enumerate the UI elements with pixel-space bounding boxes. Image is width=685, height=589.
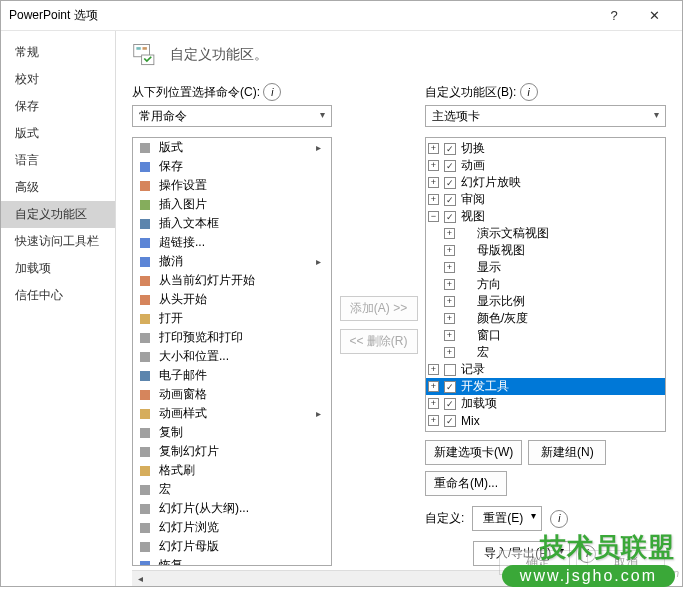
expand-icon[interactable]: +: [428, 398, 439, 409]
checkbox[interactable]: ✓: [444, 415, 456, 427]
command-item[interactable]: 超链接...: [133, 233, 331, 252]
tree-row[interactable]: +✓Mix: [426, 412, 665, 429]
tree-row[interactable]: +方向: [426, 276, 665, 293]
checkbox[interactable]: ✓: [444, 211, 456, 223]
expand-icon[interactable]: +: [428, 177, 439, 188]
tree-row[interactable]: +显示比例: [426, 293, 665, 310]
command-item[interactable]: 撤消▸: [133, 252, 331, 271]
tree-row[interactable]: +✓切换: [426, 140, 665, 157]
svg-rect-8: [140, 219, 150, 229]
info-icon[interactable]: i: [520, 83, 538, 101]
tree-row[interactable]: +✓审阅: [426, 191, 665, 208]
command-item[interactable]: 插入图片: [133, 195, 331, 214]
tree-row[interactable]: +记录: [426, 361, 665, 378]
expand-icon[interactable]: +: [428, 160, 439, 171]
tree-row[interactable]: +✓开发工具: [426, 378, 665, 395]
sidebar-item[interactable]: 语言: [1, 147, 115, 174]
command-item[interactable]: 大小和位置...: [133, 347, 331, 366]
sidebar-item[interactable]: 自定义功能区: [1, 201, 115, 228]
command-item[interactable]: 幻灯片母版: [133, 537, 331, 556]
expand-icon[interactable]: +: [444, 262, 455, 273]
sidebar-item[interactable]: 版式: [1, 120, 115, 147]
ribbon-select[interactable]: 主选项卡: [425, 105, 666, 127]
checkbox[interactable]: ✓: [444, 160, 456, 172]
command-icon: [137, 444, 153, 460]
command-item[interactable]: 操作设置: [133, 176, 331, 195]
tree-row[interactable]: +✓加载项: [426, 395, 665, 412]
command-item[interactable]: 从当前幻灯片开始: [133, 271, 331, 290]
checkbox[interactable]: ✓: [444, 177, 456, 189]
reset-dropdown[interactable]: 重置(E): [472, 506, 542, 531]
tree-label: 宏: [477, 344, 489, 361]
tree-row[interactable]: −✓视图: [426, 208, 665, 225]
checkbox[interactable]: [444, 364, 456, 376]
expand-icon[interactable]: +: [428, 194, 439, 205]
expand-icon[interactable]: +: [444, 228, 455, 239]
tree-row[interactable]: +✓动画: [426, 157, 665, 174]
command-item[interactable]: 幻灯片浏览: [133, 518, 331, 537]
command-item[interactable]: 宏: [133, 480, 331, 499]
tree-label: 开发工具: [461, 378, 509, 395]
tree-row[interactable]: +母版视图: [426, 242, 665, 259]
sidebar-item[interactable]: 高级: [1, 174, 115, 201]
command-item[interactable]: 格式刷: [133, 461, 331, 480]
sidebar-item[interactable]: 常规: [1, 39, 115, 66]
command-item[interactable]: 从头开始: [133, 290, 331, 309]
add-button[interactable]: 添加(A) >>: [340, 296, 418, 321]
tree-label: 颜色/灰度: [477, 310, 528, 327]
checkbox[interactable]: ✓: [444, 194, 456, 206]
svg-rect-10: [140, 257, 150, 267]
info-icon[interactable]: i: [550, 510, 568, 528]
expand-icon[interactable]: +: [428, 381, 439, 392]
tree-row[interactable]: +窗口: [426, 327, 665, 344]
command-item[interactable]: 打印预览和打印: [133, 328, 331, 347]
expand-icon[interactable]: +: [428, 143, 439, 154]
expand-icon[interactable]: +: [444, 296, 455, 307]
command-item[interactable]: 恢复: [133, 556, 331, 566]
expand-icon[interactable]: +: [444, 313, 455, 324]
command-item[interactable]: 幻灯片(从大纲)...: [133, 499, 331, 518]
expand-icon[interactable]: +: [428, 415, 439, 426]
tree-row[interactable]: +颜色/灰度: [426, 310, 665, 327]
command-item[interactable]: 复制: [133, 423, 331, 442]
close-button[interactable]: ✕: [634, 2, 674, 30]
tree-row[interactable]: +演示文稿视图: [426, 225, 665, 242]
expand-icon[interactable]: +: [428, 364, 439, 375]
command-item[interactable]: 打开: [133, 309, 331, 328]
command-item[interactable]: 插入文本框: [133, 214, 331, 233]
checkbox[interactable]: ✓: [444, 398, 456, 410]
expand-icon[interactable]: +: [444, 330, 455, 341]
rename-button[interactable]: 重命名(M)...: [425, 471, 507, 496]
scroll-left-icon[interactable]: ◂: [132, 573, 148, 584]
expand-icon[interactable]: −: [428, 211, 439, 222]
tree-row[interactable]: +宏: [426, 344, 665, 361]
ribbon-tree[interactable]: +✓切换+✓动画+✓幻灯片放映+✓审阅−✓视图+演示文稿视图+母版视图+显示+方…: [425, 137, 666, 432]
new-group-button[interactable]: 新建组(N): [528, 440, 606, 465]
command-item[interactable]: 动画样式▸: [133, 404, 331, 423]
sidebar-item[interactable]: 快速访问工具栏: [1, 228, 115, 255]
tree-row[interactable]: +✓幻灯片放映: [426, 174, 665, 191]
sidebar-item[interactable]: 信任中心: [1, 282, 115, 309]
command-item[interactable]: 复制幻灯片: [133, 442, 331, 461]
help-button[interactable]: ?: [594, 2, 634, 30]
command-icon: [137, 349, 153, 365]
sidebar-item[interactable]: 加载项: [1, 255, 115, 282]
expand-icon[interactable]: +: [444, 245, 455, 256]
commands-listbox[interactable]: 版式▸保存操作设置插入图片插入文本框超链接...撤消▸从当前幻灯片开始从头开始打…: [132, 137, 332, 566]
tree-row[interactable]: +显示: [426, 259, 665, 276]
checkbox[interactable]: ✓: [444, 143, 456, 155]
sidebar-item[interactable]: 校对: [1, 66, 115, 93]
expand-icon[interactable]: +: [444, 347, 455, 358]
command-label: 动画样式: [159, 405, 207, 422]
commands-from-select[interactable]: 常用命令: [132, 105, 332, 127]
remove-button[interactable]: << 删除(R): [340, 329, 418, 354]
info-icon[interactable]: i: [263, 83, 281, 101]
sidebar-item[interactable]: 保存: [1, 93, 115, 120]
command-item[interactable]: 保存: [133, 157, 331, 176]
command-item[interactable]: 版式▸: [133, 138, 331, 157]
expand-icon[interactable]: +: [444, 279, 455, 290]
command-item[interactable]: 电子邮件: [133, 366, 331, 385]
checkbox[interactable]: ✓: [444, 381, 456, 393]
command-item[interactable]: 动画窗格: [133, 385, 331, 404]
new-tab-button[interactable]: 新建选项卡(W): [425, 440, 522, 465]
